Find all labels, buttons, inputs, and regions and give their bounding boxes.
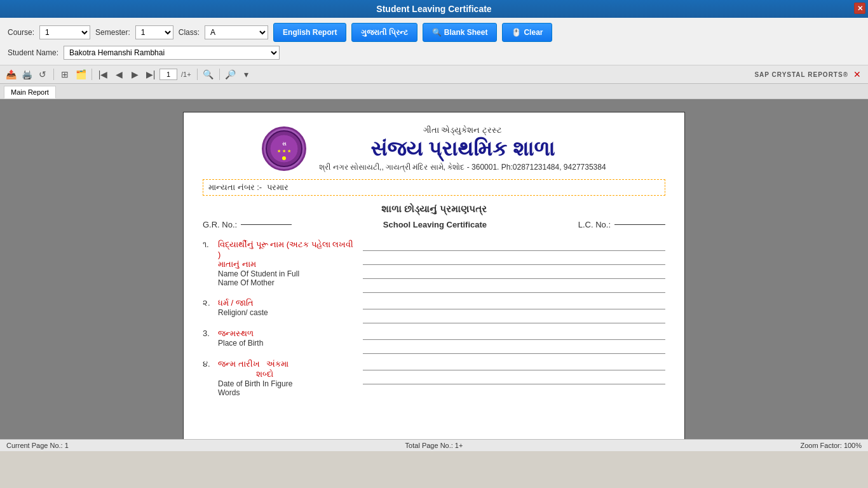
field-row-2: ૨. ધર્મ / જાતિ Religion/ caste bbox=[203, 298, 665, 323]
field-label-en-2: Religion/ caste bbox=[218, 308, 358, 317]
toolbar-separator-2 bbox=[92, 69, 92, 80]
field-value-1 bbox=[363, 240, 665, 293]
field-line-2a bbox=[363, 298, 665, 309]
search-icon[interactable]: 🔍 bbox=[201, 67, 215, 81]
english-report-button[interactable]: English Report bbox=[273, 23, 346, 42]
field-line-1b bbox=[363, 254, 665, 265]
field-labels-2: ધર્મ / જાતિ Religion/ caste bbox=[218, 298, 358, 317]
app-title: Student Leaving Certificate bbox=[376, 4, 491, 14]
blank-sheet-button[interactable]: 🔍 Blank Sheet bbox=[423, 23, 498, 42]
svg-text:સ: સ bbox=[282, 141, 287, 147]
field-label-gu-4b: શબ્દો bbox=[218, 369, 358, 379]
field-num-2: ૨. bbox=[203, 298, 218, 308]
page-number-input[interactable] bbox=[159, 69, 177, 80]
field-label-gu-3: જન્મસ્થળ bbox=[218, 329, 358, 339]
first-page-icon[interactable]: |◀ bbox=[96, 67, 110, 81]
manyata-row: માન્યતા નંબર :- પરમાર bbox=[203, 179, 665, 196]
field-label-en-4: Date of Birth In Figure bbox=[218, 379, 358, 388]
refresh-icon[interactable]: ↺ bbox=[36, 67, 50, 81]
field-labels-3: જન્મસ્થળ Place of Birth bbox=[218, 329, 358, 348]
report-area[interactable]: સ ★ ★ ★ ગીતા એડ્યુકેશન ટ્રસ્ટ સંજય પ્રાથ… bbox=[0, 99, 868, 439]
group-tree-icon[interactable]: 🗂️ bbox=[74, 67, 88, 81]
student-name-label: Student Name: bbox=[8, 48, 58, 57]
report-page: સ ★ ★ ★ ગીતા એડ્યુકેશન ટ્રસ્ટ સંજય પ્રાથ… bbox=[183, 112, 685, 439]
title-bar: Student Leaving Certificate ✕ bbox=[0, 0, 868, 18]
field-line-1a bbox=[363, 240, 665, 251]
total-pages-label: /1+ bbox=[181, 71, 191, 78]
field-row-1: ૧. વિદ્યાર્થીનું પૂરૂ નામ (અટક પહેલા લખવ… bbox=[203, 240, 665, 293]
field-line-3a bbox=[363, 329, 665, 340]
field-value-3 bbox=[363, 329, 665, 354]
export-icon[interactable]: 📤 bbox=[4, 67, 18, 81]
field-labels-1: વિદ્યાર્થીનું પૂરૂ નામ (અટક પહેલા લખવી )… bbox=[218, 240, 358, 287]
cert-title-gujarati: શાળા છોડ્યાનું પ્રમાણપત્ર bbox=[203, 203, 665, 215]
certificate-fields: ૧. વિદ્યાર્થીનું પૂરૂ નામ (અટક પહેલા લખવ… bbox=[203, 240, 665, 397]
field-num-3: 3. bbox=[203, 329, 218, 338]
field-line-4b bbox=[363, 373, 665, 384]
toolbar-separator-1 bbox=[53, 69, 54, 80]
field-label-en-3: Place of Birth bbox=[218, 339, 358, 348]
field-label-en-1: Name Of Student in Full bbox=[218, 269, 358, 278]
school-name-gujarati: સંજય પ્રાથમિક શાળા bbox=[319, 138, 606, 160]
field-num-4: ૪. bbox=[203, 359, 218, 369]
field-line-1d bbox=[363, 281, 665, 293]
zoom-dropdown-icon[interactable]: ▾ bbox=[240, 67, 254, 81]
gr-label: G.R. No.: bbox=[203, 220, 237, 229]
field-value-4 bbox=[363, 359, 665, 384]
field-line-1c bbox=[363, 268, 665, 279]
field-labels-4: જન્મ તારીખ અંકમા શબ્દો Date of Birth In … bbox=[218, 359, 358, 397]
semester-label: Semester: bbox=[95, 28, 130, 37]
school-address: શ્રી નગર સોસાયટી,, ગાયત્રી મંદિર સામે, ક… bbox=[319, 163, 606, 172]
cert-title-row: શાળા છોડ્યાનું પ્રમાણપત્ર bbox=[203, 203, 665, 215]
last-page-icon[interactable]: ▶| bbox=[144, 67, 158, 81]
student-name-select[interactable]: Bakotra Hemanshi Rambhai bbox=[64, 46, 280, 60]
field-label-gu-2: ધર્મ / જાતિ bbox=[218, 298, 358, 308]
field-num-1: ૧. bbox=[203, 240, 218, 250]
field-label-en-4b: Words bbox=[218, 388, 358, 397]
print-icon[interactable]: 🖨️ bbox=[20, 67, 34, 81]
manyata-value: પરમાર bbox=[267, 182, 288, 193]
lc-number: L.C. No.: bbox=[578, 220, 665, 229]
school-header: સ ★ ★ ★ ગીતા એડ્યુકેશન ટ્રસ્ટ સંજય પ્રાથ… bbox=[203, 125, 665, 172]
field-value-2 bbox=[363, 298, 665, 323]
field-line-4a bbox=[363, 359, 665, 370]
course-label: Course: bbox=[8, 28, 34, 37]
zoom-icon[interactable]: 🔎 bbox=[224, 67, 238, 81]
sap-crystal-label: SAP CRYSTAL REPORTS® bbox=[754, 71, 848, 78]
field-label-gu-1b: માતાનું નામ bbox=[218, 259, 358, 269]
gr-number: G.R. No.: bbox=[203, 220, 292, 229]
field-line-3b bbox=[363, 342, 665, 354]
toggle-tree-icon[interactable]: ⊞ bbox=[58, 67, 72, 81]
next-page-icon[interactable]: ▶ bbox=[128, 67, 142, 81]
class-select[interactable]: A bbox=[205, 25, 268, 39]
school-logo: સ ★ ★ ★ bbox=[262, 126, 306, 171]
total-pages-status: Total Page No.: 1+ bbox=[292, 442, 577, 449]
report-toolbar: 📤 🖨️ ↺ ⊞ 🗂️ |◀ ◀ ▶ ▶| /1+ 🔍 🔎 ▾ SAP CRYS… bbox=[0, 65, 868, 84]
clear-button[interactable]: 🖱️ Clear bbox=[502, 23, 552, 42]
status-bar: Current Page No.: 1 Total Page No.: 1+ Z… bbox=[0, 439, 868, 451]
manyata-label: માન્યતા નંબર :- bbox=[208, 182, 262, 193]
class-label: Class: bbox=[179, 28, 200, 37]
zoom-factor-status: Zoom Factor: 100% bbox=[576, 442, 862, 449]
field-label-en-1b: Name Of Mother bbox=[218, 278, 358, 287]
close-report-icon[interactable]: ✕ bbox=[850, 67, 864, 81]
gujarati-print-button[interactable]: ગુજરાતી પ્રિન્ટ bbox=[351, 23, 417, 42]
svg-text:★ ★ ★: ★ ★ ★ bbox=[277, 149, 291, 153]
field-label-gu-1: વિદ્યાર્થીનું પૂરૂ નામ (અટક પહેલા લખવી ) bbox=[218, 240, 358, 259]
tab-main-report[interactable]: Main Report bbox=[4, 86, 56, 98]
semester-select[interactable]: 1 bbox=[135, 25, 173, 39]
trust-name: ગીતા એડ્યુકેશન ટ્રસ્ટ bbox=[319, 125, 606, 135]
field-label-gu-4: જન્મ તારીખ અંકમા bbox=[218, 359, 358, 369]
field-line-2b bbox=[363, 312, 665, 323]
field-row-3: 3. જન્મસ્થળ Place of Birth bbox=[203, 329, 665, 354]
reference-row: G.R. No.: School Leaving Certificate L.C… bbox=[203, 220, 665, 229]
report-tab-bar: Main Report bbox=[0, 84, 868, 99]
gr-value bbox=[241, 224, 292, 225]
school-header-text: ગીતા એડ્યુકેશન ટ્રસ્ટ સંજય પ્રાથમિક શાળા… bbox=[319, 125, 606, 172]
course-select[interactable]: 1 bbox=[39, 25, 90, 39]
lc-label: L.C. No.: bbox=[578, 220, 611, 229]
prev-page-icon[interactable]: ◀ bbox=[112, 67, 126, 81]
close-button[interactable]: ✕ bbox=[854, 3, 865, 14]
toolbar-separator-3 bbox=[197, 69, 198, 80]
toolbar-separator-4 bbox=[219, 69, 220, 80]
